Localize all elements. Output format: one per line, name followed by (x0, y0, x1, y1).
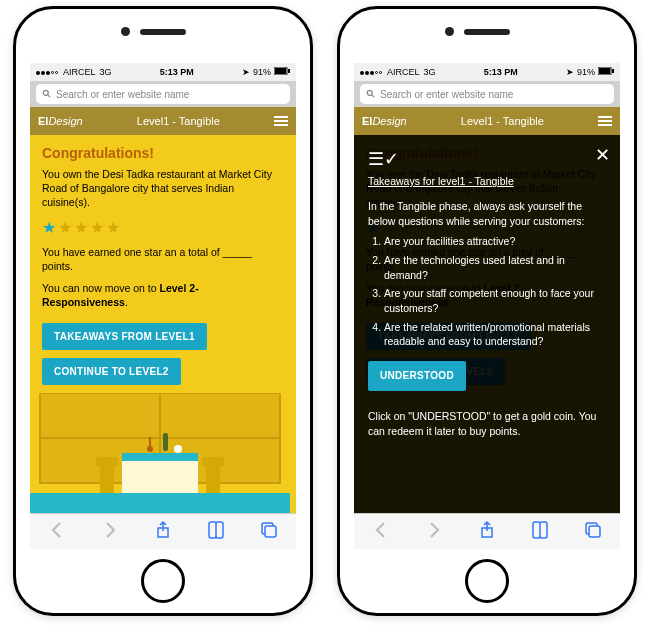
network-label: 3G (424, 67, 436, 77)
menu-icon[interactable] (598, 116, 612, 126)
search-icon (42, 89, 52, 99)
app-header: EIDesign Level1 - Tangible (30, 107, 296, 135)
location-icon: ➤ (242, 67, 250, 77)
bookmarks-icon[interactable] (206, 520, 226, 544)
phone-speaker (464, 29, 510, 35)
svg-line-29 (372, 95, 375, 98)
screen-left: AIRCEL 3G 5:13 PM ➤ 91% Search or enter … (30, 63, 296, 549)
phone-right: AIRCEL 3G 5:13 PM ➤ 91% Search or enter … (337, 6, 637, 616)
svg-point-17 (147, 446, 153, 452)
restaurant-desc: You own the Desi Tadka restaurant at Mar… (42, 167, 284, 210)
phone-speaker (140, 29, 186, 35)
safari-toolbar (354, 513, 620, 549)
overlay-title: Takeaways for level1 - Tangible (368, 174, 606, 189)
svg-rect-33 (589, 526, 600, 537)
address-bar[interactable]: Search or enter website name (360, 84, 614, 104)
svg-point-28 (367, 90, 372, 95)
carrier-label: AIRCEL (387, 67, 420, 77)
svg-rect-16 (202, 457, 224, 467)
bookmarks-icon[interactable] (530, 520, 550, 544)
checklist-icon: ☰✓ (368, 147, 399, 172)
svg-rect-2 (288, 69, 290, 73)
svg-rect-1 (275, 68, 286, 74)
browser-search-row: Search or enter website name (354, 81, 620, 107)
points-earned: You have earned one star an a total of _… (42, 245, 284, 273)
phone-left: AIRCEL 3G 5:13 PM ➤ 91% Search or enter … (13, 6, 313, 616)
svg-rect-24 (265, 526, 276, 537)
search-icon (366, 89, 376, 99)
restaurant-scene-illustration (30, 393, 290, 513)
app-logo: EIDesign (38, 115, 83, 127)
move-on-text: You can now move on to Level 2- Responsi… (42, 281, 284, 309)
home-button[interactable] (141, 559, 185, 603)
location-icon: ➤ (566, 67, 574, 77)
phone-camera (121, 27, 130, 36)
home-button[interactable] (465, 559, 509, 603)
takeaways-button[interactable]: TAKEAWAYS FROM LEVEL1 (42, 323, 207, 350)
phone-camera (445, 27, 454, 36)
star-rating: ★★★★★ (42, 218, 284, 237)
status-bar: AIRCEL 3G 5:13 PM ➤ 91% (30, 63, 296, 81)
congrats-heading: Congratulations! (42, 145, 284, 161)
svg-rect-19 (163, 433, 168, 451)
svg-rect-5 (30, 393, 290, 513)
forward-icon[interactable] (100, 520, 120, 544)
svg-rect-13 (100, 463, 114, 493)
question-item: Are your staff competent enough to face … (384, 286, 606, 315)
svg-rect-15 (206, 463, 220, 493)
back-icon[interactable] (371, 520, 391, 544)
tabs-icon[interactable] (259, 520, 279, 544)
share-icon[interactable] (153, 520, 173, 544)
share-icon[interactable] (477, 520, 497, 544)
level-complete-panel: Congratulations! You own the Desi Tadka … (30, 135, 296, 513)
svg-rect-6 (40, 393, 280, 483)
questions-list: Are your facilities attractive? Are the … (384, 234, 606, 349)
clock-label: 5:13 PM (440, 67, 562, 77)
dual-phone-mockup: AIRCEL 3G 5:13 PM ➤ 91% Search or enter … (0, 0, 650, 616)
browser-search-row: Search or enter website name (30, 81, 296, 107)
app-header: EIDesign Level1 - Tangible (354, 107, 620, 135)
address-placeholder: Search or enter website name (56, 89, 189, 100)
battery-icon (274, 67, 290, 77)
app-logo: EIDesign (362, 115, 407, 127)
carrier-label: AIRCEL (63, 67, 96, 77)
signal-dots-icon (36, 67, 59, 77)
back-icon[interactable] (47, 520, 67, 544)
svg-rect-18 (149, 437, 151, 449)
question-item: Are the related written/promotional mate… (384, 320, 606, 349)
takeaways-overlay: ✕ ☰✓ Takeaways for level1 - Tangible In … (354, 135, 620, 513)
svg-point-20 (174, 445, 182, 453)
screen-right: AIRCEL 3G 5:13 PM ➤ 91% Search or enter … (354, 63, 620, 549)
svg-rect-11 (122, 453, 198, 493)
svg-rect-26 (599, 68, 610, 74)
svg-rect-12 (122, 453, 198, 461)
svg-rect-10 (30, 493, 290, 513)
address-placeholder: Search or enter website name (380, 89, 513, 100)
level-title: Level1 - Tangible (91, 115, 266, 127)
close-icon[interactable]: ✕ (595, 143, 610, 168)
signal-dots-icon (360, 67, 383, 77)
battery-pct: 91% (577, 67, 595, 77)
menu-icon[interactable] (274, 116, 288, 126)
question-item: Are the technologies used latest and in … (384, 253, 606, 282)
overlay-intro: In the Tangible phase, always ask yourse… (368, 199, 606, 228)
tabs-icon[interactable] (583, 520, 603, 544)
continue-button[interactable]: CONTINUE TO LEVEL2 (42, 358, 181, 385)
question-item: Are your facilities attractive? (384, 234, 606, 249)
network-label: 3G (100, 67, 112, 77)
understood-button[interactable]: UNDERSTOOD (368, 361, 466, 391)
svg-rect-14 (96, 457, 118, 467)
forward-icon[interactable] (424, 520, 444, 544)
svg-line-4 (48, 95, 51, 98)
svg-rect-7 (40, 393, 280, 483)
battery-pct: 91% (253, 67, 271, 77)
battery-icon (598, 67, 614, 77)
address-bar[interactable]: Search or enter website name (36, 84, 290, 104)
svg-rect-27 (612, 69, 614, 73)
overlay-hint: Click on "UNDERSTOOD" to get a gold coin… (368, 409, 606, 438)
clock-label: 5:13 PM (116, 67, 238, 77)
safari-toolbar (30, 513, 296, 549)
svg-point-3 (43, 90, 48, 95)
level-title: Level1 - Tangible (415, 115, 590, 127)
status-bar: AIRCEL 3G 5:13 PM ➤ 91% (354, 63, 620, 81)
